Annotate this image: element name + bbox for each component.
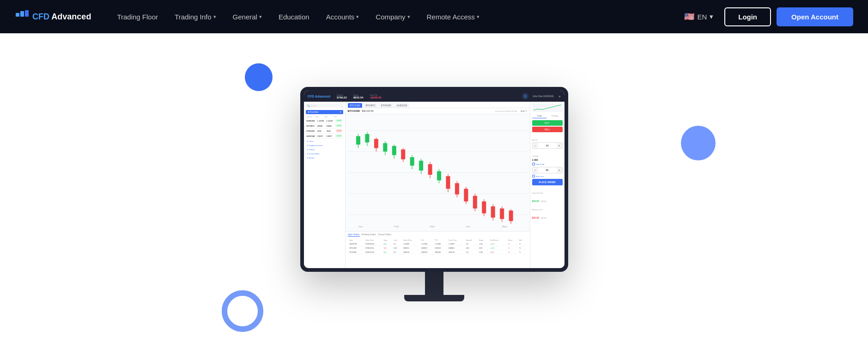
svg-rect-13 bbox=[374, 139, 378, 148]
search-icon: 🔍 bbox=[307, 104, 310, 107]
navbar: CFD Advanced Trading Floor Trading Info … bbox=[0, 0, 868, 33]
screen-row-ethusd: ETH/USD 2641 2641 -0.12% bbox=[306, 129, 343, 134]
screen-buy-button: BUY bbox=[532, 120, 563, 126]
orders-table: Sym Open Time Type Lots Open Price S/L T… bbox=[348, 238, 528, 255]
chevron-down-icon: ▾ bbox=[356, 14, 359, 20]
screen-search: 🔍 Search bbox=[306, 104, 343, 108]
hero-section: CFD Advanced Balance $766.02 Equity $822… bbox=[0, 33, 868, 355]
decorative-circle-ring bbox=[222, 290, 263, 332]
screen-sidebar: 🔍 Search ★ Favorites ▾ Symbol Sell Buy bbox=[304, 102, 346, 268]
screen-avatar: 👤 bbox=[522, 93, 528, 99]
nav-item-trading-info[interactable]: Trading Info ▾ bbox=[167, 9, 224, 24]
chevron-down-icon: ▾ bbox=[213, 14, 216, 20]
orders-row: BTC/USD 07/06-09:11 Sell 0.05 63500.0 64… bbox=[349, 247, 527, 250]
svg-rect-19 bbox=[401, 149, 405, 159]
screen-max-loss-label: Maximum Loss bbox=[532, 209, 543, 211]
svg-rect-43 bbox=[509, 211, 513, 221]
svg-rect-9 bbox=[356, 136, 360, 145]
screen-chart-header: BTC/USD $39,154.48 1m 5m 15m 1H 4H 1D 1W… bbox=[346, 108, 530, 114]
screen-sell-button: SELL bbox=[532, 127, 563, 132]
screen-row-btcbtc: BTC/BTC 63488 63488 +0.03% bbox=[306, 123, 343, 129]
screen-leverage-label: Leverage bbox=[532, 155, 539, 157]
screen-tab-btcusd: BTC/USD bbox=[348, 103, 363, 108]
nav-item-trading-floor[interactable]: Trading Floor bbox=[109, 9, 165, 24]
orders-tab-closed: Closed Orders bbox=[378, 233, 391, 237]
decorative-circle-top bbox=[245, 63, 273, 91]
svg-text:May: May bbox=[502, 225, 507, 228]
screen-balance: Balance $766.02 bbox=[337, 94, 347, 99]
screen-username: John Doe (1020104) bbox=[533, 95, 554, 98]
svg-rect-15 bbox=[383, 143, 387, 152]
chevron-down-icon: ▾ bbox=[407, 14, 410, 20]
svg-rect-29 bbox=[446, 176, 450, 189]
screen-logo: CFD Advanced bbox=[308, 95, 331, 98]
monitor-mockup: CFD Advanced Balance $766.02 Equity $822… bbox=[300, 87, 568, 301]
screen-trade-tab-pending: Pending bbox=[547, 114, 563, 118]
svg-text:Feb: Feb bbox=[394, 225, 399, 228]
logo[interactable]: CFD Advanced bbox=[15, 9, 91, 24]
screen-tab-btcbtc: BTC/BTC bbox=[363, 103, 377, 108]
svg-rect-2 bbox=[25, 10, 29, 17]
screen-leverage-value: 1:400 bbox=[532, 159, 563, 161]
nav-item-company[interactable]: Company ▾ bbox=[368, 9, 417, 24]
nav-item-education[interactable]: Education bbox=[271, 9, 317, 24]
svg-rect-17 bbox=[392, 146, 396, 155]
screen-equity: Equity $822.54 bbox=[353, 94, 364, 99]
language-selector[interactable]: 🇺🇸 EN ▾ bbox=[679, 8, 719, 25]
chevron-down-icon: ▾ bbox=[259, 14, 262, 20]
svg-text:Mar: Mar bbox=[430, 225, 435, 228]
svg-rect-11 bbox=[365, 134, 369, 142]
logo-text: CFD Advanced bbox=[32, 12, 91, 22]
screen-tabs-row: BTC/USD BTC/BTC ETH/USD AUD/CAD bbox=[346, 102, 530, 108]
monitor-frame: CFD Advanced Balance $766.02 Equity $822… bbox=[300, 87, 568, 272]
svg-rect-0 bbox=[16, 13, 19, 17]
flag-icon: 🇺🇸 bbox=[684, 12, 694, 22]
screen-main: BTC/USD BTC/BTC ETH/USD AUD/CAD BTC/USD … bbox=[346, 102, 530, 268]
svg-rect-25 bbox=[428, 164, 432, 175]
nav-item-accounts[interactable]: Accounts ▾ bbox=[319, 9, 367, 24]
screen-open-pnl: Open P/L +$109.25 bbox=[370, 94, 381, 99]
screen-projected-profit-val: $33.00 bbox=[532, 200, 539, 202]
svg-rect-41 bbox=[500, 208, 504, 219]
screen-right-panel: Trade Pending BUY SELL Amount − 24 + Lev… bbox=[530, 102, 565, 268]
monitor-screen: CFD Advanced Balance $766.02 Equity $822… bbox=[304, 91, 565, 268]
orders-row: ETH/USD 07/06-10:02 Buy 0.2 2638.00 2600… bbox=[349, 251, 527, 254]
screen-amount-label: Amount bbox=[532, 139, 538, 141]
svg-rect-39 bbox=[491, 206, 495, 217]
chevron-down-icon: ▾ bbox=[710, 12, 713, 21]
svg-text:Jan: Jan bbox=[358, 225, 363, 228]
nav-right: 🇺🇸 EN ▾ Login Open Account bbox=[679, 7, 853, 26]
chevron-down-icon: ▾ bbox=[477, 14, 480, 20]
svg-rect-27 bbox=[437, 171, 441, 180]
nav-item-general[interactable]: General ▾ bbox=[225, 9, 269, 24]
open-account-button[interactable]: Open Account bbox=[777, 7, 853, 26]
screen-row-eurusd: EUR/USD 1.12009 1.12047 +0.04% bbox=[306, 118, 343, 123]
svg-rect-35 bbox=[473, 196, 477, 208]
screen-trade-tab-trade: Trade bbox=[532, 114, 547, 118]
screen-stop-loss-label: Stop Loss bbox=[536, 175, 544, 178]
nav-item-remote-access[interactable]: Remote Access ▾ bbox=[419, 9, 487, 24]
login-button[interactable]: Login bbox=[724, 7, 771, 26]
screen-section-commodities: ⊙Commodities bbox=[306, 151, 343, 155]
screen-max-loss-val: $20.00 bbox=[532, 216, 539, 219]
monitor-stand-base bbox=[404, 295, 464, 301]
orders-tab-open: Open Orders bbox=[348, 233, 360, 237]
orders-tabs-row: Open Orders Pending Orders Closed Orders bbox=[348, 233, 528, 237]
orders-row: EUR/USD 07/06-08:44 Buy 0.1 1.12003 1.11… bbox=[349, 243, 527, 246]
svg-rect-31 bbox=[455, 183, 459, 194]
screen-tab-ethusd: ETH/USD bbox=[379, 103, 394, 108]
svg-text:Apr: Apr bbox=[466, 225, 470, 228]
screen-navbar: CFD Advanced Balance $766.02 Equity $822… bbox=[304, 91, 565, 102]
screen-chart-area: Jan Feb Mar Apr May bbox=[346, 114, 530, 231]
candlestick-chart: Jan Feb Mar Apr May bbox=[348, 116, 528, 229]
monitor-stand-neck bbox=[425, 272, 443, 295]
screen-section-stocks: ⊙Stocks bbox=[306, 155, 343, 159]
svg-rect-37 bbox=[482, 202, 486, 214]
svg-rect-33 bbox=[464, 189, 468, 201]
screen-body: 🔍 Search ★ Favorites ▾ Symbol Sell Buy bbox=[304, 102, 565, 268]
screen-cat-favorites: ★ Favorites ▾ bbox=[306, 110, 343, 114]
orders-tab-pending: Pending Orders bbox=[362, 233, 376, 237]
svg-rect-1 bbox=[20, 11, 24, 17]
screen-section-crypto: ⊙Cryptocurrencies bbox=[306, 143, 343, 147]
screen-projected-profit-sub: ($33.00) bbox=[541, 201, 546, 202]
